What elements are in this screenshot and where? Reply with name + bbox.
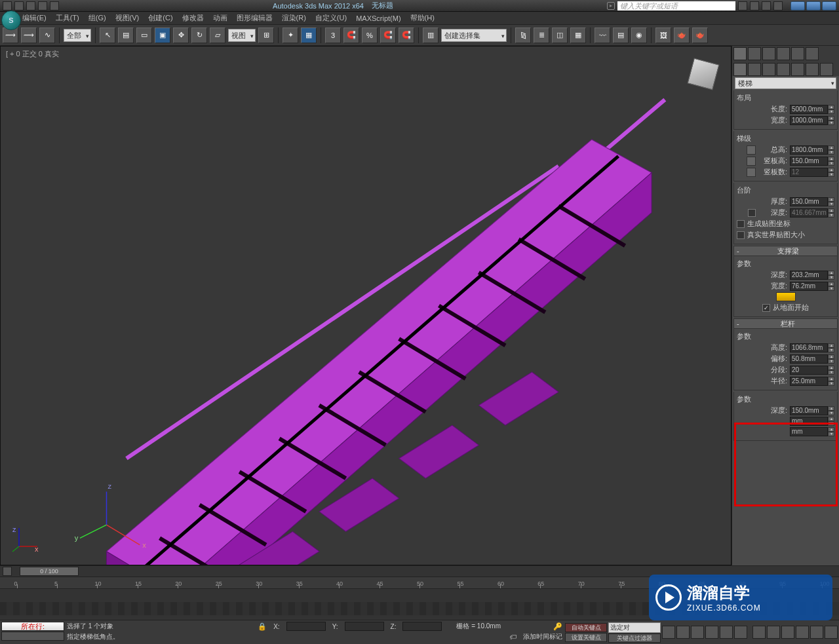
carriage-color-swatch[interactable] bbox=[776, 292, 796, 301]
lock-icon[interactable] bbox=[747, 157, 756, 166]
menu-render[interactable]: 渲染(R) bbox=[282, 13, 306, 23]
length-input[interactable]: 5000.0mm bbox=[790, 105, 828, 114]
bind-icon[interactable]: ∿ bbox=[39, 28, 55, 43]
x-input[interactable] bbox=[286, 622, 326, 631]
schematic-icon[interactable]: ▤ bbox=[613, 28, 629, 43]
z-input[interactable] bbox=[402, 622, 442, 631]
material-icon[interactable]: ◉ bbox=[631, 28, 647, 43]
redo-icon[interactable] bbox=[50, 1, 59, 10]
goto-start-icon[interactable] bbox=[662, 626, 675, 639]
set-key-button[interactable]: 设置关键点 bbox=[565, 633, 607, 642]
goto-end-icon[interactable] bbox=[720, 626, 733, 639]
carriage-depth-input[interactable]: 203.2mm bbox=[790, 271, 828, 280]
time-thumb[interactable]: 0 / 100 bbox=[20, 567, 79, 576]
add-timetag[interactable]: 添加时间标记 bbox=[523, 632, 562, 641]
keymode-dropdown[interactable]: 选定对 bbox=[608, 622, 661, 633]
menu-edit[interactable]: 编辑(E) bbox=[22, 13, 47, 23]
lock-icon[interactable] bbox=[747, 145, 756, 155]
rotate-icon[interactable]: ↻ bbox=[191, 28, 207, 43]
gen-coords-checkbox[interactable] bbox=[737, 220, 745, 228]
menu-animation[interactable]: 动画 bbox=[213, 13, 227, 23]
render-setup-icon[interactable]: 🖼 bbox=[655, 28, 671, 43]
maximize-button[interactable] bbox=[806, 1, 821, 10]
total-height-input[interactable]: 1800.0mm bbox=[790, 145, 828, 155]
shapes-icon[interactable] bbox=[748, 63, 761, 76]
time-config-icon[interactable] bbox=[734, 626, 747, 639]
riser-count-input[interactable]: 12 bbox=[790, 168, 828, 177]
snap-icon[interactable]: ▦ bbox=[301, 28, 317, 43]
help-icon[interactable] bbox=[773, 1, 783, 10]
geometry-icon[interactable] bbox=[733, 63, 747, 76]
timeline-back-icon[interactable] bbox=[3, 567, 12, 576]
key-filter-button[interactable]: 关键点过滤器 bbox=[608, 634, 661, 643]
mini-listener-button[interactable] bbox=[1, 632, 64, 641]
script-listener-button[interactable]: 所在行: bbox=[1, 622, 64, 631]
spinner-snap-icon[interactable]: 🧲 bbox=[380, 28, 396, 43]
menu-help[interactable]: 帮助(H) bbox=[410, 13, 435, 23]
riser-height-input[interactable]: 150.0mm bbox=[790, 157, 828, 166]
lights-icon[interactable] bbox=[762, 63, 775, 76]
curve-editor-icon[interactable]: 〰 bbox=[595, 28, 610, 43]
scale-icon[interactable]: ▱ bbox=[210, 28, 225, 43]
align-icon[interactable]: ≣ bbox=[534, 28, 549, 43]
rect-select-icon[interactable]: ▭ bbox=[136, 28, 152, 43]
percent-snap-icon[interactable]: % bbox=[362, 28, 378, 43]
rail-header[interactable]: -栏杆 bbox=[733, 318, 838, 329]
depth-input[interactable]: 416.667mm bbox=[790, 208, 828, 218]
auto-key-button[interactable]: 自动关键点 bbox=[565, 623, 607, 632]
close-button[interactable] bbox=[822, 1, 836, 10]
modify-tab-icon[interactable] bbox=[748, 47, 761, 60]
zoom-extents-icon[interactable] bbox=[781, 626, 794, 639]
rendered-frame-icon[interactable]: 🫖 bbox=[674, 28, 690, 43]
cameras-icon[interactable] bbox=[777, 63, 790, 76]
dropdown-arrow-icon[interactable]: ▸ bbox=[607, 2, 615, 10]
rail-radius-input[interactable]: 25.0mm bbox=[790, 377, 828, 386]
save-icon[interactable] bbox=[26, 1, 35, 10]
selection-filter-dropdown[interactable]: 全部 bbox=[64, 29, 91, 42]
star-icon[interactable] bbox=[762, 1, 771, 10]
snap3-icon[interactable]: 3 bbox=[325, 28, 341, 43]
minimize-button[interactable] bbox=[790, 1, 805, 10]
depth-checkbox[interactable] bbox=[748, 209, 756, 217]
fov-icon[interactable] bbox=[796, 626, 809, 639]
binoculars-icon[interactable] bbox=[738, 1, 747, 10]
menu-create[interactable]: 创建(C) bbox=[148, 13, 172, 23]
menu-group[interactable]: 组(G) bbox=[88, 13, 106, 23]
rail-segs-input[interactable]: 20 bbox=[790, 366, 828, 375]
manip-icon[interactable]: ✦ bbox=[283, 28, 298, 43]
helpers-icon[interactable] bbox=[791, 63, 804, 76]
menu-tools[interactable]: 工具(T) bbox=[56, 13, 79, 23]
extra-depth-input[interactable]: 150.0mm bbox=[790, 406, 828, 415]
width-input[interactable]: 1000.0mm bbox=[790, 116, 828, 125]
window-crossing-icon[interactable]: ▣ bbox=[155, 28, 170, 43]
menu-maxscript[interactable]: MAXScript(M) bbox=[356, 14, 400, 22]
from-ground-checkbox[interactable] bbox=[762, 304, 770, 312]
axis-gizmo[interactable]: xz bbox=[12, 527, 39, 553]
move-icon[interactable]: ✥ bbox=[173, 28, 189, 43]
object-type-dropdown[interactable]: 楼梯 bbox=[735, 77, 836, 89]
axis-icon[interactable]: 🧲 bbox=[399, 28, 414, 43]
menu-graph[interactable]: 图形编辑器 bbox=[237, 13, 273, 23]
extra-val2-input[interactable]: mm bbox=[790, 417, 828, 426]
motion-tab-icon[interactable] bbox=[777, 47, 790, 60]
new-icon[interactable] bbox=[3, 1, 12, 10]
create-tab-icon[interactable] bbox=[733, 47, 747, 60]
carriage-header[interactable]: -支撑梁 bbox=[733, 246, 838, 256]
thickness-input[interactable]: 150.0mm bbox=[790, 197, 828, 206]
lock-icon[interactable] bbox=[747, 168, 756, 177]
menu-modifiers[interactable]: 修改器 bbox=[182, 13, 204, 23]
graphite-icon[interactable]: ▦ bbox=[570, 28, 586, 43]
extra-val3-input[interactable]: mm bbox=[790, 427, 828, 436]
menu-customize[interactable]: 自定义(U) bbox=[315, 13, 347, 23]
select-name-icon[interactable]: ▤ bbox=[118, 28, 134, 43]
timetag-icon[interactable]: 🏷 bbox=[509, 633, 517, 641]
rail-offset-input[interactable]: 50.8mm bbox=[790, 354, 828, 364]
layer-icon[interactable]: ◫ bbox=[552, 28, 568, 43]
open-icon[interactable] bbox=[14, 1, 24, 10]
key-icon[interactable]: 🔑 bbox=[553, 622, 562, 631]
spacewarps-icon[interactable] bbox=[806, 63, 819, 76]
orbit-icon[interactable] bbox=[810, 626, 823, 639]
render-icon[interactable]: 🫖 bbox=[692, 28, 708, 43]
select-icon[interactable]: ↖ bbox=[100, 28, 115, 43]
app-icon[interactable]: S bbox=[1, 10, 21, 30]
